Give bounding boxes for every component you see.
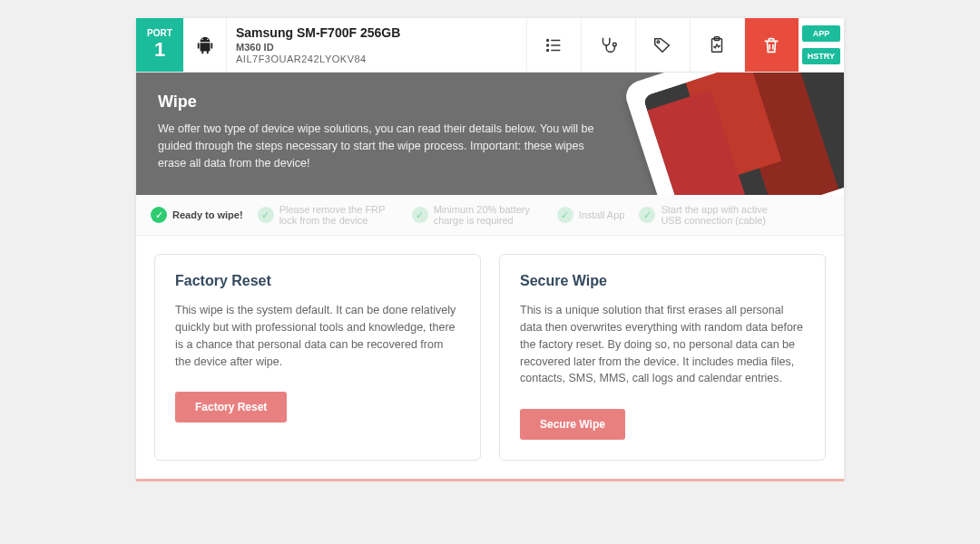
tab-list[interactable] xyxy=(526,18,581,72)
port-label: PORT xyxy=(147,28,172,38)
cards-row: Factory Reset This wipe is the system de… xyxy=(136,236,844,479)
app-button[interactable]: APP xyxy=(802,25,840,42)
tab-report[interactable] xyxy=(690,18,744,72)
card-title: Factory Reset xyxy=(175,273,460,289)
secure-wipe-button[interactable]: Secure Wipe xyxy=(520,409,625,440)
factory-reset-button[interactable]: Factory Reset xyxy=(175,392,287,423)
check-icon: ✓ xyxy=(412,207,428,223)
device-id-value: AIL7F3OUAR242LYOKV84 xyxy=(236,53,517,64)
tab-diagnostics[interactable] xyxy=(581,18,635,72)
device-title: Samsung SM-F700F 256GB xyxy=(236,25,517,40)
step-battery: ✓ Minimum 20% battery charge is required xyxy=(412,204,543,226)
step-ready: ✓ Ready to wipe! xyxy=(151,207,243,223)
svg-point-7 xyxy=(657,41,660,44)
check-icon: ✓ xyxy=(639,207,655,223)
check-icon: ✓ xyxy=(258,207,274,223)
svg-point-0 xyxy=(547,39,549,41)
card-secure-wipe: Secure Wipe This is a unique solution th… xyxy=(499,254,826,461)
check-icon: ✓ xyxy=(557,207,573,223)
step-text: Ready to wipe! xyxy=(172,209,243,220)
card-factory-reset: Factory Reset This wipe is the system de… xyxy=(154,254,481,461)
step-install: ✓ Install App xyxy=(557,207,625,223)
step-text: Install App xyxy=(579,209,625,220)
svg-point-6 xyxy=(613,43,617,46)
tab-tag[interactable] xyxy=(635,18,690,72)
device-info: Samsung SM-F700F 256GB M360 ID AIL7F3OUA… xyxy=(227,18,526,72)
step-usb: ✓ Start the app with active USB connecti… xyxy=(639,204,779,226)
card-title: Secure Wipe xyxy=(520,273,805,289)
svg-point-1 xyxy=(547,44,549,46)
app-window: PORT 1 Samsung SM-F700F 256GB M360 ID AI… xyxy=(136,18,844,481)
port-number: 1 xyxy=(154,38,165,62)
footer-accent xyxy=(136,479,844,481)
step-text: Please remove the FRP lock from the devi… xyxy=(279,204,397,226)
card-body: This wipe is the system default. It can … xyxy=(175,302,460,370)
side-buttons: APP HSTRY xyxy=(799,18,844,72)
card-body: This is a unique solution that first era… xyxy=(520,302,805,387)
svg-point-2 xyxy=(547,49,549,51)
android-icon xyxy=(183,18,227,72)
step-text: Start the app with active USB connection… xyxy=(661,204,779,226)
check-icon: ✓ xyxy=(151,207,167,223)
hero-banner: Wipe We offer two type of device wipe so… xyxy=(136,73,844,195)
port-badge: PORT 1 xyxy=(136,18,183,72)
device-id-label: M360 ID xyxy=(236,42,517,53)
tab-wipe[interactable] xyxy=(744,18,799,72)
step-text: Minimum 20% battery charge is required xyxy=(434,204,543,226)
status-strip: ✓ Ready to wipe! ✓ Please remove the FRP… xyxy=(136,195,844,236)
hero-body: We offer two type of device wipe solutio… xyxy=(158,121,612,171)
header-tabs xyxy=(526,18,799,72)
hero-illustration xyxy=(622,73,844,195)
step-frp: ✓ Please remove the FRP lock from the de… xyxy=(258,204,397,226)
header-bar: PORT 1 Samsung SM-F700F 256GB M360 ID AI… xyxy=(136,18,844,73)
history-button[interactable]: HSTRY xyxy=(802,48,840,64)
